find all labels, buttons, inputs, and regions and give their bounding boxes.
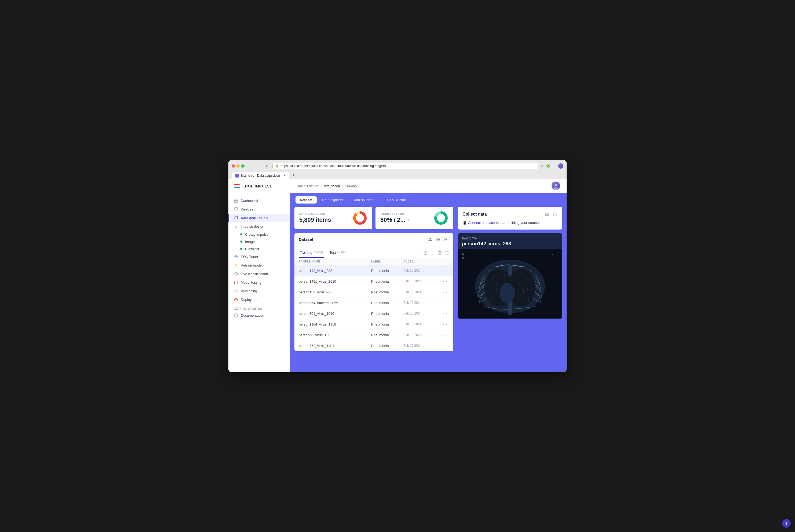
- devices-label: Devices: [241, 207, 253, 211]
- sidebar-item-deployment[interactable]: Deployment: [229, 296, 290, 304]
- cloud-upload-button[interactable]: [436, 237, 441, 242]
- logo-bar-red: [234, 184, 240, 185]
- model-testing-icon: [234, 281, 238, 285]
- sidebar-sub-create-impulse[interactable]: Create impulse: [229, 231, 290, 238]
- top-header: David Tischler / Brainchip PERSONAL: [290, 179, 566, 193]
- label-cell: Pneumonia: [371, 322, 403, 326]
- breadcrumb-project: Brainchip: [324, 184, 340, 188]
- svg-rect-26: [545, 213, 547, 215]
- raw-data-label: RAW DATA: [462, 237, 558, 240]
- label-cell: Pneumonia: [371, 269, 403, 273]
- table-rows: person142_virus_288 Pneumonia Feb 10 202…: [294, 265, 453, 351]
- table-row[interactable]: person364_bacteria_1659 Pneumonia Feb 10…: [294, 298, 453, 308]
- download-button[interactable]: [444, 237, 449, 242]
- close-traffic-light[interactable]: [232, 164, 235, 168]
- expand-button[interactable]: [444, 251, 449, 255]
- eon-tuner-label: EON Tuner: [241, 255, 258, 259]
- svg-rect-4: [235, 208, 237, 210]
- sidebar-item-live-classification[interactable]: Live classification: [229, 270, 290, 278]
- minimize-traffic-light[interactable]: [236, 164, 240, 168]
- data-collected-value: 5,809 items: [299, 216, 331, 223]
- row-menu-button[interactable]: ⋯: [441, 300, 449, 305]
- sidebar-item-devices[interactable]: Devices: [229, 205, 290, 214]
- app-layout: EDGE IMPULSE Dashboard: [229, 179, 566, 372]
- back-button[interactable]: ←: [247, 163, 253, 169]
- table-row[interactable]: person772_virus_1401 Pneumonia Feb 10 20…: [294, 341, 453, 351]
- svg-point-33: [500, 283, 515, 303]
- table-row[interactable]: person1164_virus_1958 Pneumonia Feb 10 2…: [294, 319, 453, 330]
- impulse-design-icon: [234, 225, 238, 229]
- content-area: Dataset Data explorer Data sources | CSV…: [290, 193, 566, 372]
- table-row[interactable]: person1461_virus_2510 Pneumonia Feb 10 2…: [294, 276, 453, 287]
- star-icon[interactable]: ☆: [541, 164, 544, 168]
- live-classification-icon: [234, 272, 238, 276]
- filter-button[interactable]: [430, 251, 435, 255]
- dashboard-label: Dashboard: [241, 199, 258, 203]
- table-row[interactable]: person132_virus_266 Pneumonia Feb 10 202…: [294, 287, 453, 298]
- svg-point-7: [235, 256, 236, 258]
- sidebar-item-retrain-model[interactable]: Retrain model: [229, 261, 290, 270]
- svg-point-24: [425, 252, 426, 254]
- row-menu-button[interactable]: ⋯: [441, 332, 449, 338]
- sidebar-item-dashboard[interactable]: Dashboard: [229, 196, 290, 205]
- main-content: DATA COLLECTED 5,809 items: [290, 207, 566, 356]
- sidebar-item-eon-tuner[interactable]: EON Tuner: [229, 252, 290, 261]
- collect-settings-button[interactable]: [545, 212, 549, 217]
- breadcrumb: David Tischler / Brainchip PERSONAL: [296, 184, 360, 188]
- forward-button[interactable]: →: [255, 163, 262, 169]
- svg-text:L: L: [552, 252, 553, 255]
- svg-rect-27: [547, 213, 548, 215]
- sidebar-item-versioning[interactable]: Versioning: [229, 287, 290, 296]
- sidebar-item-data-acquisition[interactable]: Data acquisition: [229, 214, 290, 222]
- collect-sync-button[interactable]: [552, 212, 558, 217]
- data-collected-chart: [353, 210, 367, 226]
- tab-data-sources[interactable]: Data sources: [348, 196, 378, 204]
- settings-icon-button[interactable]: [423, 251, 428, 256]
- collect-data-title: Collect data: [463, 212, 487, 217]
- sidebar-sub-classifier[interactable]: Classifier: [229, 245, 290, 252]
- dataset-header: Dataset: [294, 233, 453, 246]
- checkbox-button[interactable]: [437, 251, 442, 255]
- sidebar-sub-image[interactable]: Image: [229, 238, 290, 245]
- sidebar-item-impulse-design[interactable]: Impulse design: [229, 222, 290, 231]
- row-menu-button[interactable]: ⋯: [441, 322, 449, 327]
- address-bar[interactable]: 🔒 https://studio.edgeimpulse.com/studio/…: [272, 163, 538, 169]
- sidebar-item-documentation[interactable]: Documentation: [229, 311, 290, 320]
- active-tab[interactable]: Brainchip - Data acquisition - ✕: [232, 172, 289, 179]
- table-row[interactable]: person88_virus_166 Pneumonia Feb 10 2024…: [294, 330, 453, 341]
- test-tab[interactable]: Test (1,163): [328, 249, 347, 258]
- svg-rect-0: [234, 199, 236, 201]
- connect-device-link[interactable]: Connect a device: [468, 221, 495, 225]
- table-row[interactable]: person142_virus_288 Pneumonia Feb 10 202…: [294, 265, 453, 276]
- user-avatar[interactable]: [552, 182, 560, 190]
- table-row[interactable]: person501_virus_1010 Pneumonia Feb 10 20…: [294, 308, 453, 319]
- row-menu-button[interactable]: ⋯: [441, 343, 449, 348]
- dataset-tab-actions: [423, 251, 449, 256]
- active-indicator: [229, 214, 229, 222]
- row-menu-button[interactable]: ⋯: [441, 290, 449, 295]
- training-tab[interactable]: Training (4,646): [299, 249, 324, 258]
- browser-profile-icon[interactable]: [558, 163, 563, 169]
- svg-rect-3: [236, 201, 238, 203]
- row-menu-button[interactable]: ⋯: [441, 268, 449, 273]
- train-test-info-icon[interactable]: ℹ: [408, 218, 409, 222]
- maximize-traffic-light[interactable]: [241, 164, 245, 168]
- upload-button[interactable]: [428, 237, 433, 242]
- data-collected-label: DATA COLLECTED: [299, 212, 331, 215]
- refresh-button[interactable]: ↻: [264, 163, 270, 169]
- raw-data-header: RAW DATA person142_virus_288: [458, 233, 562, 249]
- titlebar: ← → ↻ 🔒 https://studio.edgeimpulse.com/s…: [232, 163, 563, 169]
- sidebar-item-model-testing[interactable]: Model testing: [229, 278, 290, 287]
- tab-data-explorer[interactable]: Data explorer: [318, 196, 347, 204]
- row-menu-button[interactable]: ⋯: [441, 311, 449, 316]
- added-cell: Feb 10 2024...: [403, 301, 441, 305]
- tab-csv-wizard[interactable]: CSV Wizard: [383, 196, 411, 204]
- tab-close-button[interactable]: ✕: [284, 174, 286, 177]
- tab-dataset[interactable]: Dataset: [295, 196, 317, 204]
- dataset-panel-title: Dataset: [299, 237, 313, 242]
- row-menu-button[interactable]: ⋯: [441, 279, 449, 284]
- new-tab-button[interactable]: +: [290, 171, 297, 179]
- menu-icon[interactable]: ⋯: [553, 164, 556, 168]
- extensions-icon[interactable]: 🧩: [546, 164, 550, 168]
- dataset-panel: Dataset: [294, 233, 453, 351]
